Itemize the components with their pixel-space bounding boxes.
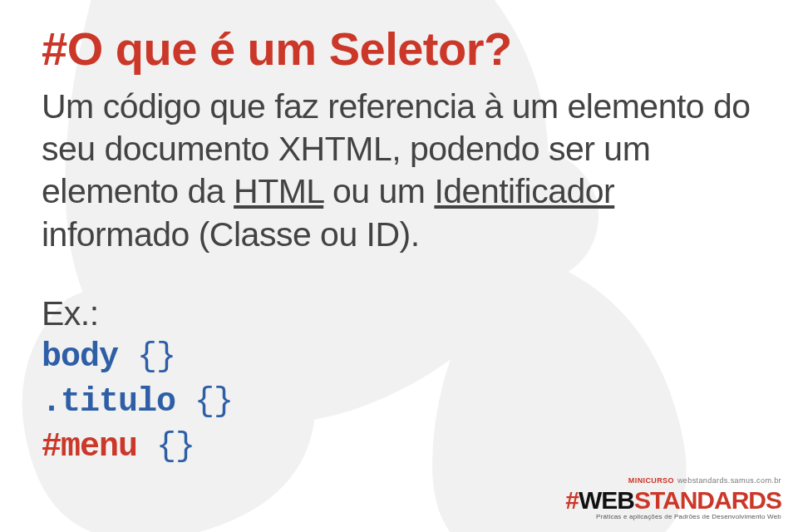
footer-url: webstandards.samus.com.br	[677, 476, 781, 485]
code-braces: {}	[175, 383, 233, 421]
hash-icon: #	[565, 486, 579, 515]
code-line-3: #menu {}	[42, 425, 756, 470]
body-text-3: informado (Classe ou ID).	[42, 215, 420, 254]
slide-body: Um código que faz referencia à um elemen…	[42, 86, 756, 256]
footer-minicurso-label: MINICURSO	[628, 476, 674, 485]
footer-logo: #WEBSTANDARDS	[565, 486, 781, 515]
code-line-1: body {}	[42, 335, 756, 380]
underline-identificador: Identificador	[434, 172, 614, 210]
footer-brand: MINICURSOwebstandards.samus.com.br #WEBS…	[565, 476, 781, 520]
body-text-2: ou um	[323, 172, 434, 210]
code-selector-id: #menu	[42, 428, 137, 466]
example-label: Ex.:	[42, 293, 756, 335]
footer-standards: STANDARDS	[634, 486, 781, 515]
code-line-2: .titulo {}	[42, 380, 756, 425]
underline-html: HTML	[234, 172, 323, 210]
footer-web: WEB	[579, 486, 634, 515]
code-braces: {}	[118, 338, 175, 376]
code-selector-body: body	[42, 338, 118, 376]
footer-mini-line: MINICURSOwebstandards.samus.com.br	[565, 476, 781, 485]
code-selector-class: .titulo	[42, 383, 175, 421]
code-block: body {} .titulo {} #menu {}	[42, 335, 756, 470]
code-braces: {}	[137, 428, 195, 466]
slide-title: #O que é um Seletor?	[42, 25, 756, 74]
footer-tagline: Práticas e aplicações de Padrões de Dese…	[565, 513, 781, 520]
